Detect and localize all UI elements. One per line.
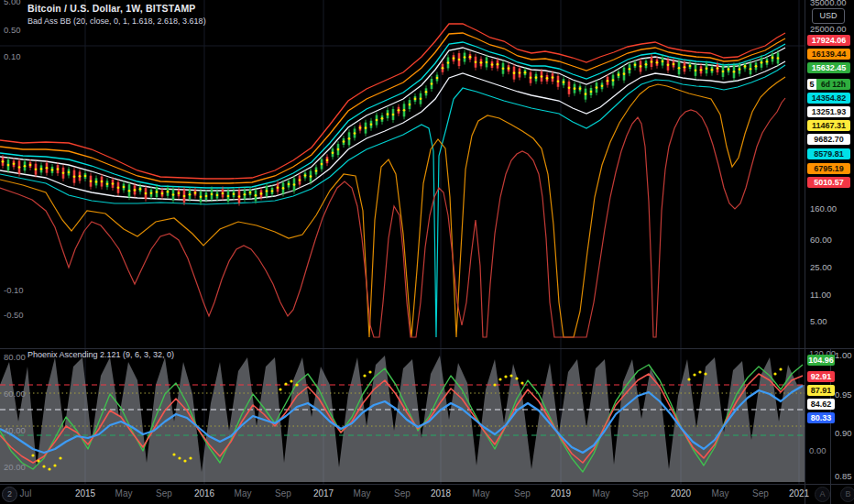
oscillator-yellow-dot: [704, 372, 706, 375]
time-axis-label: May: [354, 488, 371, 499]
bottom-right-circle-button[interactable]: A: [815, 487, 830, 502]
oscillator-yellow-dot: [279, 388, 281, 390]
bottom-right-circle-button[interactable]: B: [840, 487, 854, 502]
price-label-chip: 11467.31: [807, 120, 850, 131]
oscillator-yellow-dot: [698, 370, 701, 373]
price-label-chip: 16139.44: [807, 49, 850, 60]
oscillator-yellow-dot: [172, 453, 175, 455]
price-label-chip: 9682.70: [807, 134, 850, 145]
price-label-chip: 13251.93: [807, 106, 850, 117]
left-axis-tick: 80.00: [4, 352, 26, 363]
oscillator-yellow-dot: [693, 373, 695, 376]
secondary-scale-tick: 0.90: [835, 428, 852, 439]
lower-band-1618: [0, 65, 785, 337]
oscillator-yellow-dot: [687, 378, 690, 380]
oscillator-yellow-dot: [773, 372, 776, 375]
left-axis-tick: 20.00: [4, 462, 26, 473]
oscillator-yellow-dot: [520, 381, 523, 384]
price-axis-tick: 60.00: [810, 235, 832, 246]
oscillator-yellow-dot: [368, 370, 371, 373]
oscillator-value-chip: 92.91: [807, 371, 835, 382]
lower-band-3618: [0, 98, 785, 337]
secondary-scale-tick: 0.85: [835, 471, 852, 482]
price-axis-tick: 35000.00: [810, 0, 847, 8]
time-axis-label: 2019: [551, 488, 571, 499]
bollinger-bands: [0, 24, 785, 337]
oscillator-yellow-dot: [37, 459, 39, 462]
oscillator-yellow-dot: [189, 456, 192, 459]
secondary-scale-tick: 0.95: [835, 389, 852, 400]
price-axis-tick: 25000.00: [810, 24, 847, 35]
left-axis-tick: 0.50: [4, 25, 21, 36]
time-axis-label: 2015: [75, 488, 95, 499]
bar-countdown: 6d 12h: [816, 79, 850, 90]
left-axis-tick: -0.10: [4, 285, 24, 296]
oscillator-yellow-dot: [284, 382, 287, 385]
time-axis-label: Sep: [752, 488, 769, 499]
chart-plot-area[interactable]: [0, 0, 854, 504]
oscillator-value-chip: 104.96: [807, 355, 835, 366]
time-axis-label: Sep: [514, 488, 531, 499]
time-axis-label: Sep: [156, 488, 172, 499]
oscillator-yellow-dot: [183, 459, 186, 462]
oscillator-yellow-dot: [515, 377, 518, 379]
tradingview-chart-window: { "legend": { "main_line1": "Bitcoin / U…: [0, 0, 854, 504]
oscillator-yellow-dot: [48, 467, 50, 470]
time-axis-label: 2018: [431, 488, 451, 499]
oscillator-series: [0, 356, 805, 482]
oscillator-yellow-dot: [493, 383, 496, 386]
oscillator-value-chip: 87.91: [807, 385, 835, 396]
timezone-clock-button[interactable]: 2: [2, 487, 17, 502]
price-label-chip: 8579.81: [807, 148, 850, 159]
oscillator-yellow-dot: [53, 464, 56, 466]
oscillator-axis-tick: 0.00: [809, 445, 827, 456]
price-axis-tick: 160.00: [810, 203, 837, 214]
lower-indicator-legend[interactable]: Phoenix Ascending 2.121 (9, 6, 3, 32, 0): [27, 350, 174, 359]
price-label-chip: 14354.82: [807, 93, 850, 104]
time-axis-label: 2021: [789, 488, 809, 499]
time-axis-label: May: [115, 488, 133, 499]
oscillator-yellow-dot: [498, 378, 501, 380]
left-axis-tick: -0.50: [4, 310, 24, 321]
secondary-scale-tick: 1.00: [835, 350, 852, 361]
time-axis-label: May: [712, 488, 729, 499]
main-symbol-legend[interactable]: Bitcoin / U.S. Dollar, 1W, BITSTAMP Bad …: [27, 3, 206, 26]
oscillator-value-chip: 84.62: [807, 399, 835, 410]
price-countdown-label: 5 6d 12h: [807, 79, 850, 90]
oscillator-yellow-dot: [504, 375, 507, 378]
oscillator-yellow-dot: [59, 456, 61, 459]
price-axis-tick: 25.00: [810, 262, 832, 273]
price-label-chip: 15632.45: [807, 62, 850, 73]
oscillator-yellow-dot: [178, 456, 181, 459]
left-axis-tick: 0.10: [4, 51, 21, 62]
time-axis-label: 2020: [671, 488, 691, 499]
price-axis-tick: 11.00: [810, 290, 831, 301]
symbol-title[interactable]: Bitcoin / U.S. Dollar, 1W, BITSTAMP: [27, 3, 206, 14]
time-axis-label: Jul: [20, 488, 32, 499]
price-axis-tick: 5.00: [810, 316, 827, 327]
time-axis-label: 2016: [194, 488, 214, 499]
oscillator-value-chip: 80.33: [807, 412, 835, 423]
oscillator-yellow-dot: [509, 374, 512, 377]
price-label-chip: 17924.06: [807, 35, 850, 46]
oscillator-yellow-dot: [42, 465, 45, 467]
main-indicator-legend[interactable]: Bad Ass BB (20, close, 0, 1, 1.618, 2.61…: [27, 16, 206, 26]
oscillator-yellow-dot: [290, 379, 292, 382]
time-axis-label: Sep: [632, 488, 649, 499]
left-axis-tick: 5.00: [4, 0, 21, 7]
oscillator-yellow-dot: [295, 383, 298, 386]
time-axis-label: May: [235, 488, 252, 499]
price-label-chip: 6795.19: [807, 163, 850, 174]
price-label-chip: 5010.57: [807, 177, 850, 188]
candles: [2, 49, 780, 205]
currency-toggle-button[interactable]: USD: [812, 8, 845, 24]
gray-area-series: [0, 356, 805, 482]
left-axis-tick: 60.00: [4, 389, 26, 400]
oscillator-yellow-dot: [31, 454, 34, 456]
price-digit: 5: [807, 79, 816, 90]
time-axis-label: May: [473, 488, 490, 499]
time-axis-label: May: [593, 488, 610, 499]
time-axis-label: Sep: [394, 488, 411, 499]
time-axis-label: 2017: [313, 488, 334, 499]
oscillator-yellow-dot: [363, 374, 366, 377]
